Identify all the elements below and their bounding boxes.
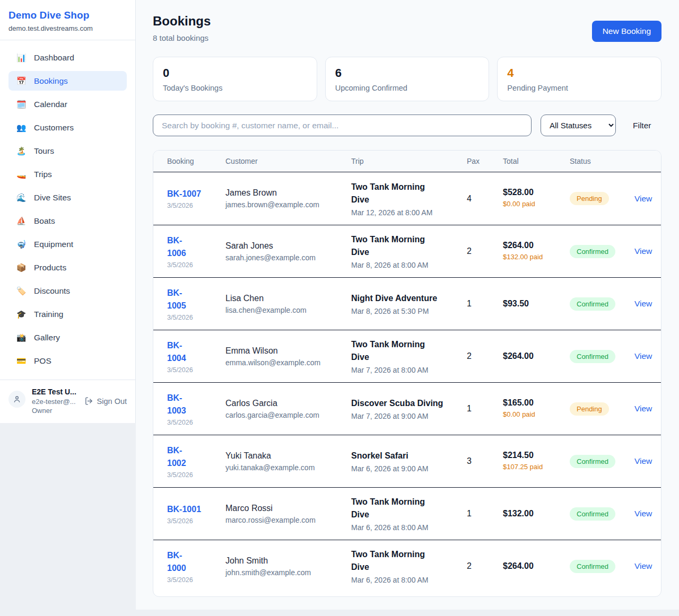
customer-name: James Brown [225, 188, 346, 198]
sidebar-item[interactable]: 💳 POS [8, 351, 127, 371]
customer-cell: Yuki Tanaka yuki.tanaka@example.com [225, 444, 351, 479]
total-cell: $264.00 [503, 344, 570, 368]
booking-id-link[interactable]: BK-1001 [167, 503, 201, 516]
trip-name: Two Tank Morning Dive [351, 181, 444, 206]
view-link[interactable]: View [634, 247, 652, 256]
pax-cell: 1 [467, 397, 503, 421]
booking-id-link[interactable]: BK- 1000 [167, 549, 186, 575]
booking-id-link[interactable]: BK- 1002 [167, 444, 186, 470]
sidebar-item[interactable]: 👥 Customers [8, 118, 127, 137]
booking-id-link[interactable]: BK- 1006 [167, 234, 186, 260]
booking-id-link[interactable]: BK-1007 [167, 188, 201, 200]
stat-value: 0 [163, 66, 307, 80]
trip-name: Two Tank Morning Dive [351, 233, 444, 259]
user-meta: E2E Test U... e2e-tester@... Owner [32, 388, 78, 416]
sidebar-item[interactable]: 📊 Dashboard [8, 48, 127, 67]
booking-id-link[interactable]: BK- 1005 [167, 287, 186, 312]
trip-datetime: Mar 8, 2026 at 8:00 AM [351, 261, 462, 269]
sidebar-item[interactable]: 🏝️ Tours [8, 141, 127, 161]
stat-value: 6 [335, 66, 480, 80]
nav-item-icon: 🏷️ [16, 286, 27, 296]
total-cell: $165.00 $0.00 paid [503, 391, 570, 427]
sidebar: Demo Dive Shop demo.test.divestreams.com… [0, 0, 136, 423]
customer-cell: Carlos Garcia carlos.garcia@example.com [225, 391, 351, 427]
customer-email: marco.rossi@example.com [225, 516, 346, 524]
sidebar-item[interactable]: 📦 Products [8, 258, 127, 277]
paid-amount: $0.00 paid [503, 199, 545, 209]
pax-cell: 2 [467, 344, 503, 368]
view-link[interactable]: View [634, 194, 652, 203]
customer-name: Emma Wilson [225, 346, 346, 356]
view-link[interactable]: View [634, 561, 652, 570]
customer-name: Lisa Chen [225, 294, 346, 303]
actions-cell: View [628, 501, 657, 526]
status-cell: Confirmed [570, 237, 628, 266]
page-header: Bookings 8 total bookings New Booking [153, 14, 661, 42]
table-row: BK- 1000 3/5/2026 John Smith john.smith@… [153, 540, 661, 592]
stat-value: 4 [507, 66, 651, 80]
stat-label: Pending Payment [507, 84, 651, 92]
page-subtitle: 8 total bookings [153, 33, 211, 42]
total-cell: $264.00 $132.00 paid [503, 233, 570, 270]
nav-item-icon: 📊 [16, 53, 27, 63]
actions-cell: View [628, 449, 657, 473]
sidebar-item-label: Gallery [34, 333, 60, 342]
trip-cell: Two Tank Morning Dive Mar 6, 2026 at 8:0… [351, 541, 467, 592]
user-email: e2e-tester@... [32, 398, 78, 407]
total-cell: $528.00 $0.00 paid [503, 180, 570, 217]
sidebar-item[interactable]: 🎓 Training [8, 304, 127, 324]
nav-item-icon: 💳 [16, 356, 27, 366]
sidebar-item[interactable]: 🌊 Dive Sites [8, 188, 127, 207]
booking-id-link[interactable]: BK- 1003 [167, 392, 186, 417]
sidebar-item[interactable]: ⛵ Boats [8, 211, 127, 231]
trip-datetime: Mar 6, 2026 at 8:00 AM [351, 523, 462, 532]
view-link[interactable]: View [634, 456, 652, 465]
sign-out-button[interactable]: Sign Out [84, 397, 127, 406]
stat-label: Today's Bookings [163, 84, 307, 92]
total-amount: $93.50 [503, 299, 564, 309]
status-badge: Confirmed [570, 245, 615, 258]
stat-card: 0 Today's Bookings [153, 57, 317, 101]
logout-icon [84, 397, 93, 406]
total-amount: $132.00 [503, 509, 564, 518]
view-link[interactable]: View [634, 351, 652, 360]
customer-email: lisa.chen@example.com [225, 306, 346, 314]
sidebar-item[interactable]: 📸 Gallery [8, 328, 127, 347]
booking-cell: BK- 1000 3/5/2026 [167, 542, 225, 591]
booking-cell: BK- 1005 3/5/2026 [167, 279, 225, 329]
customer-email: sarah.jones@example.com [225, 253, 346, 262]
customer-email: james.brown@example.com [225, 200, 346, 209]
sidebar-item[interactable]: 🏷️ Discounts [8, 281, 127, 301]
customer-name: Carlos Garcia [225, 399, 346, 408]
sidebar-nav: 📊 Dashboard 📅 Bookings 🗓️ Calendar 👥 Cus… [0, 40, 135, 380]
customer-name: Sarah Jones [225, 241, 346, 251]
status-badge: Confirmed [570, 455, 615, 468]
filter-button[interactable]: Filter [633, 121, 651, 130]
sidebar-item[interactable]: 🗓️ Calendar [8, 94, 127, 114]
table-row: BK- 1002 3/5/2026 Yuki Tanaka yuki.tanak… [153, 435, 661, 487]
actions-cell: View [628, 554, 657, 578]
new-booking-button[interactable]: New Booking [592, 21, 661, 42]
sidebar-item-label: Customers [34, 123, 74, 133]
sidebar-item[interactable]: 🤿 Equipment [8, 234, 127, 254]
sidebar-item[interactable]: 📅 Bookings [8, 71, 127, 91]
total-amount: $264.00 [503, 241, 564, 250]
trip-datetime: Mar 7, 2026 at 8:00 AM [351, 366, 462, 374]
stat-card: 6 Upcoming Confirmed [325, 57, 490, 101]
table-row: BK- 1006 3/5/2026 Sarah Jones sarah.jone… [153, 225, 661, 277]
sidebar-item-label: Calendar [34, 100, 67, 109]
status-cell: Confirmed [570, 500, 628, 528]
nav-item-icon: 🗓️ [16, 100, 27, 109]
trip-cell: Two Tank Morning Dive Mar 7, 2026 at 8:0… [351, 331, 467, 382]
booking-cell: BK- 1004 3/5/2026 [167, 332, 225, 381]
booking-id-link[interactable]: BK- 1004 [167, 339, 186, 365]
view-link[interactable]: View [634, 404, 652, 413]
sidebar-item[interactable]: 🚤 Trips [8, 164, 127, 184]
search-input[interactable] [153, 115, 532, 136]
sidebar-item-label: Training [34, 310, 63, 319]
view-link[interactable]: View [634, 299, 652, 308]
view-link[interactable]: View [634, 509, 652, 518]
status-cell: Pending [570, 184, 628, 213]
nav-item-icon: 🎓 [16, 310, 27, 319]
status-filter-select[interactable]: All Statuses [541, 115, 616, 136]
